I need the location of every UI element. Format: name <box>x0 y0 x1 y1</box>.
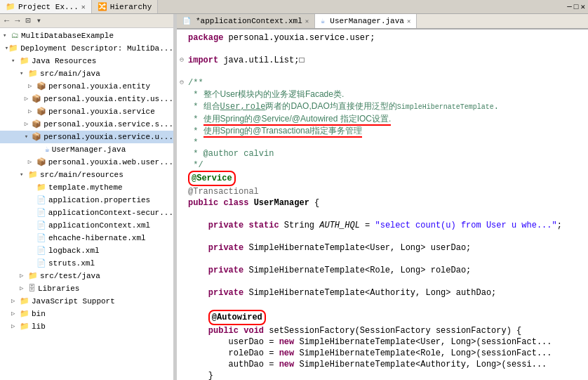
tree-item-web-user[interactable]: ▷ 📦 personal.youxia.web.user... <box>0 156 173 169</box>
code-line-4 <box>177 66 588 77</box>
tree-item-src-main-java[interactable]: ▾ 📁 src/main/java <box>0 67 173 80</box>
tree-item-app-props[interactable]: 📄 application.properties <box>0 194 173 207</box>
tree-item-ehcache[interactable]: 📄 ehcache-hibernate.xml <box>0 232 173 244</box>
tree-label-src-test: src/test/java <box>40 270 100 282</box>
tree-item-bin[interactable]: ▷ 📁 bin <box>0 308 173 320</box>
tree-item-root[interactable]: ▾ 🗂 MultiDatabaseExample <box>0 30 173 42</box>
code-line-3: ⊖ import java.util.List;□ <box>177 55 588 66</box>
tree-item-entity-use[interactable]: ▷ 📦 personal.youxia.entity.us... <box>0 93 173 105</box>
line-content-18 <box>187 231 588 242</box>
editor-tab-label-usermanager: UserManager.java <box>330 17 404 25</box>
line-content-14: @Transactional <box>187 186 588 197</box>
fold-icon-5[interactable]: ⊖ <box>180 77 184 89</box>
back-icon[interactable]: ← <box>3 16 11 26</box>
tree-item-template[interactable]: 📁 template.mytheme <box>0 181 173 194</box>
tree-arrow-service: ▷ <box>28 106 36 117</box>
line-content-30: } <box>187 370 588 380</box>
tree-arrow-web-user: ▷ <box>28 157 36 168</box>
close-icon[interactable]: ✕ <box>580 2 585 11</box>
tree-arrow-resources: ▾ <box>20 169 28 181</box>
collapse-icon[interactable]: ⊡ <box>24 15 32 26</box>
code-line-11: * @author calvin <box>177 148 588 159</box>
tree-item-logback[interactable]: 📄 logback.xml <box>0 244 173 257</box>
package-icon-service: 📦 <box>36 106 46 117</box>
line-content-2 <box>187 44 588 55</box>
editor-content[interactable]: package personal.youxia.service.user; ⊖ … <box>177 30 588 380</box>
tree-item-java-resources[interactable]: ▾ 📁 Java Resources <box>0 55 173 67</box>
line-content-25: @Autowired <box>187 310 588 325</box>
tree-label-entity-use: personal.youxia.entity.us... <box>44 93 173 105</box>
line-content-17: private static String AUTH_HQL = "select… <box>187 220 588 231</box>
line-content-10: * <box>187 137 588 148</box>
line-content-11: * @author calvin <box>187 148 588 159</box>
tree-arrow-service-u: ▾ <box>25 131 32 143</box>
folder-icon-resources: 📁 <box>28 169 38 181</box>
tab-close-icon[interactable]: ✕ <box>81 3 86 11</box>
tree-label-src: src/main/java <box>40 68 100 79</box>
xml-icon-logback: 📄 <box>36 245 46 256</box>
tree-item-src-main-resources[interactable]: ▾ 📁 src/main/resources <box>0 169 173 181</box>
tree-item-js-support[interactable]: ▷ 📁 JavaScript Support <box>0 295 173 308</box>
tree-item-libraries[interactable]: ▷ 🗄 Libraries <box>0 282 173 295</box>
tree-arrow-app-props <box>28 195 36 206</box>
forward-icon[interactable]: → <box>13 16 21 26</box>
left-panel-toolbar: ← → ⊡ ▾ <box>0 14 173 28</box>
editor-tab-usermanager[interactable]: ☕ UserManager.java ✕ <box>315 14 417 28</box>
package-icon-entity: 📦 <box>36 81 46 92</box>
tree-item-entity[interactable]: ▷ 📦 personal.youxia.entity <box>0 80 173 93</box>
tree-item-src-test[interactable]: ▷ 📁 src/test/java <box>0 270 173 282</box>
tab-project-explorer[interactable]: 📁 Project Ex... ✕ <box>0 0 92 13</box>
code-line-21: private SimpleHibernateTemplate<Role, Lo… <box>177 265 588 276</box>
line-content-1: package personal.youxia.service.user; <box>187 32 588 44</box>
package-icon-service-s: 📦 <box>32 119 41 130</box>
code-line-7: * 组合User,role两者的DAO,DAO均直接使用泛型的SimpleHib… <box>177 100 588 113</box>
package-icon-entity-use: 📦 <box>32 93 41 105</box>
tree-arrow-src-test: ▷ <box>20 270 28 282</box>
maximize-icon[interactable]: □ <box>574 3 579 11</box>
tree-item-app-context[interactable]: 📄 applicationContext.xml <box>0 219 173 232</box>
line-content-6: * 整个User模块内的业务逻辑Facade类. <box>187 89 588 100</box>
line-content-28: roleDao = new SimpleHibernateTemplate<Ro… <box>187 348 588 359</box>
tree-arrow-app-context-sec <box>28 207 36 218</box>
folder-icon-template: 📁 <box>36 182 46 193</box>
tree-item-service-u[interactable]: ▾ 📦 personal.youxia.service.u... <box>0 131 173 143</box>
fold-icon-3[interactable]: ⊖ <box>180 55 184 66</box>
line-content-24 <box>187 299 588 310</box>
folder-icon-src: 📁 <box>28 68 38 79</box>
line-content-8: * 使用Spring的@Service/@Autowired 指定IOC设置. <box>187 113 588 125</box>
tree-item-service[interactable]: ▷ 📦 personal.youxia.service <box>0 105 173 118</box>
xml-icon-tab: 📄 <box>182 17 191 25</box>
tree-label-deployment: Deployment Descriptor: MultiDa... <box>20 43 173 54</box>
tab-close-app-context[interactable]: ✕ <box>305 18 309 25</box>
tree-item-struts[interactable]: 📄 struts.xml <box>0 257 173 270</box>
left-panel: ← → ⊡ ▾ ▾ 🗂 MultiDatabaseExample ▾ <box>0 14 174 380</box>
tree-item-lib[interactable]: ▷ 📁 lib <box>0 320 173 333</box>
tab-spacer <box>158 0 564 13</box>
tab-label: Project Ex... <box>18 3 79 11</box>
line-content-7: * 组合User,role两者的DAO,DAO均直接使用泛型的SimpleHib… <box>187 100 588 113</box>
tree-arrow-ehcache <box>28 232 36 244</box>
tree-arrow-entity-use: ▷ <box>25 93 32 105</box>
tree-label-root: MultiDatabaseExample <box>21 30 114 41</box>
tree-label-logback: logback.xml <box>48 245 100 256</box>
tree-arrow-service-s: ▷ <box>25 119 32 130</box>
tree-item-usermanager[interactable]: ☕ UserManager.java <box>0 143 173 156</box>
line-content-20 <box>187 254 588 265</box>
code-line-8: * 使用Spring的@Service/@Autowired 指定IOC设置. <box>177 113 588 125</box>
code-line-28: roleDao = new SimpleHibernateTemplate<Ro… <box>177 348 588 359</box>
editor-tab-app-context-xml[interactable]: 📄 *applicationContext.xml ✕ <box>177 14 315 28</box>
minimize-icon[interactable]: ─ <box>567 3 572 11</box>
tree-arrow-template <box>28 182 36 193</box>
tree-arrow-logback <box>28 245 36 256</box>
line-content-5: /** <box>187 77 588 89</box>
line-content-21: private SimpleHibernateTemplate<Role, Lo… <box>187 265 588 276</box>
tree-item-app-context-sec[interactable]: 📄 applicationContext-secur... <box>0 207 173 219</box>
package-icon-web-user: 📦 <box>36 157 46 168</box>
tab-close-usermanager[interactable]: ✕ <box>407 18 410 25</box>
tree-item-deployment[interactable]: ▾ 📁 Deployment Descriptor: MultiDa... <box>0 42 173 55</box>
code-line-26: public void setSessionFactory(SessionFac… <box>177 325 588 336</box>
menu-icon[interactable]: ▾ <box>35 15 43 26</box>
tab-hierarchy[interactable]: 🔀 Hierarchy <box>92 0 158 13</box>
code-line-2 <box>177 44 588 55</box>
tree-item-service-s[interactable]: ▷ 📦 personal.youxia.service.s... <box>0 118 173 131</box>
